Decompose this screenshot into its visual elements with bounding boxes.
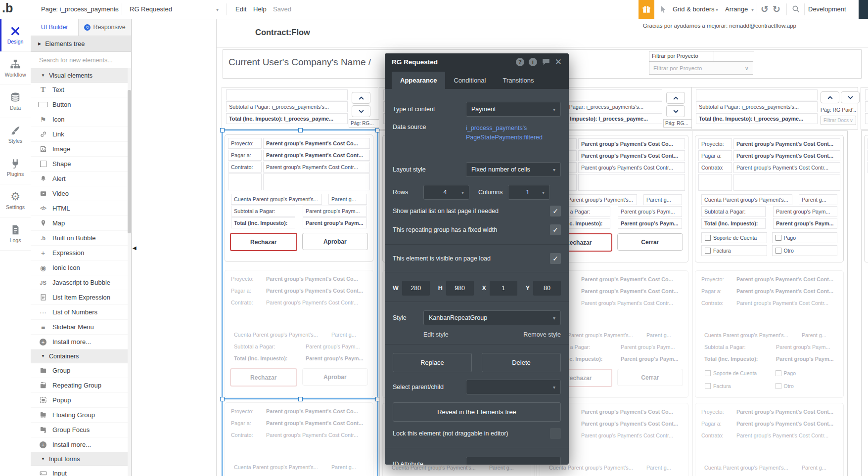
delete-button[interactable]: Delete bbox=[482, 353, 561, 372]
visible-on-load-checkbox[interactable]: ✓ bbox=[550, 253, 561, 264]
tab-transitions[interactable]: Transitions bbox=[494, 72, 542, 89]
y-input[interactable]: 80 bbox=[533, 281, 561, 296]
palette-item-button[interactable]: Button bbox=[31, 97, 131, 112]
aprobar-button[interactable]: Aprobar bbox=[302, 233, 368, 250]
canvas-feedback-text[interactable]: Gracias por ayudarnos a mejorar: ricmadd… bbox=[643, 23, 796, 29]
repeating-group-requested[interactable]: Proyecto:Parent group's Payment's Cost C… bbox=[222, 130, 377, 476]
palette-item-icon[interactable]: ⚑Icon bbox=[31, 112, 131, 127]
palette-item-link[interactable]: Link bbox=[31, 127, 131, 142]
rail-item-styles[interactable]: Styles bbox=[0, 118, 31, 151]
cerrar-button[interactable]: Cerrar bbox=[617, 233, 684, 251]
elements-tree-toggle[interactable]: ▶ Elements tree bbox=[31, 36, 131, 52]
grid-borders-menu[interactable]: Grid & borders bbox=[673, 5, 715, 13]
type-of-content-select[interactable]: Payment▾ bbox=[466, 102, 561, 117]
filter-proyecto-input[interactable]: Filtrar por Proyecto bbox=[649, 51, 715, 61]
checkbox-soporte[interactable]: Soporte de Cuenta bbox=[701, 232, 767, 243]
palette-item-install-more-2[interactable]: +Install more... bbox=[31, 437, 131, 452]
gift-button[interactable] bbox=[639, 0, 654, 19]
corner-widget[interactable] bbox=[859, 0, 868, 19]
rechazar-button[interactable]: Rechazar bbox=[230, 233, 297, 251]
w-input[interactable]: 280 bbox=[402, 281, 430, 296]
remove-style-link[interactable]: Remove style bbox=[523, 331, 561, 338]
tab-ui-builder[interactable]: UI Builder bbox=[31, 19, 79, 36]
checkbox-pago[interactable]: Pago bbox=[772, 232, 838, 243]
palette-item-video[interactable]: Video bbox=[31, 186, 131, 201]
page-selector[interactable]: Page: i_process_payments bbox=[41, 5, 119, 13]
rows-select[interactable]: 4▾ bbox=[423, 185, 469, 200]
undo-icon[interactable]: ↺ bbox=[761, 3, 769, 15]
resize-handle[interactable] bbox=[298, 128, 303, 132]
palette-item-list-of-numbers[interactable]: ···List of Numbers bbox=[31, 305, 131, 320]
palette-item-html[interactable]: </>HTML bbox=[31, 201, 131, 216]
menu-edit[interactable]: Edit bbox=[235, 5, 246, 13]
rail-item-data[interactable]: Data bbox=[0, 85, 31, 118]
canvas-heading-text[interactable]: Current User's Company's Name / bbox=[228, 57, 371, 68]
palette-item-map[interactable]: Map bbox=[31, 216, 131, 231]
element-search-input[interactable] bbox=[38, 56, 124, 64]
section-containers[interactable]: ▼ Containers bbox=[31, 349, 131, 363]
pag-dropdown[interactable]: Pág: RG... bbox=[349, 119, 380, 128]
id-attribute-input[interactable] bbox=[466, 457, 561, 465]
payment-card[interactable]: Proyecto:Parent group's Payment's Cost C… bbox=[695, 403, 844, 476]
page-up-button[interactable] bbox=[666, 92, 685, 104]
tab-conditional[interactable]: Conditional bbox=[445, 72, 494, 89]
page-up-button[interactable] bbox=[352, 92, 370, 104]
repeating-group-paid[interactable]: Proyecto:Parent group's Payment's Cost C… bbox=[692, 130, 848, 476]
section-visual-elements[interactable]: ▼ Visual elements bbox=[31, 69, 131, 83]
page-down-button[interactable] bbox=[666, 105, 685, 117]
select-parent-child-select[interactable]: ▾ bbox=[466, 380, 561, 394]
palette-item-shape[interactable]: Shape bbox=[31, 157, 131, 172]
rechazar-button[interactable]: Rechazar bbox=[230, 368, 297, 387]
layout-style-select[interactable]: Fixed number of cells▾ bbox=[466, 162, 561, 177]
filtrar-docs-dropdown[interactable]: Filtrar Docs ∨ bbox=[821, 116, 856, 125]
palette-item-expression[interactable]: +Expression bbox=[31, 246, 131, 260]
header-subtotal-text[interactable]: Subtotal a Pagar: i_process_payments's..… bbox=[226, 101, 348, 112]
replace-button[interactable]: Replace bbox=[393, 353, 472, 372]
lock-element-checkbox[interactable] bbox=[550, 428, 561, 439]
reveal-elements-tree-button[interactable]: Reveal in the Elements tree bbox=[393, 402, 561, 422]
column-header-group[interactable]: Subtotal a Pagar: i_process_payments's..… bbox=[222, 87, 378, 130]
close-icon[interactable]: ✕ bbox=[555, 58, 562, 66]
grid-borders-caret-icon[interactable]: ▾ bbox=[716, 7, 718, 12]
cursor-tool-icon[interactable] bbox=[658, 4, 668, 14]
palette-item-group[interactable]: Group bbox=[31, 363, 131, 378]
palette-item-slidebar-menu[interactable]: ≡Slidebar Menu bbox=[31, 320, 131, 335]
filter-proyecto-input-2[interactable] bbox=[714, 51, 754, 61]
palette-item-javascript-to-bubble[interactable]: JSJavascript to Bubble bbox=[31, 275, 131, 290]
columns-select[interactable]: 1▾ bbox=[508, 185, 550, 200]
payment-card[interactable]: Proyecto:Parent group's Payment's Cost C… bbox=[225, 134, 373, 262]
palette-item-group-focus[interactable]: Group Focus bbox=[31, 423, 131, 437]
payment-card[interactable]: Proyecto:Parent group's Payment's Cost C… bbox=[225, 270, 373, 397]
header-total-text[interactable]: Total (Inc. Impuesto): I_process_payme..… bbox=[226, 113, 348, 124]
payment-card[interactable]: Proyecto:Parent group's Payment's Cost C… bbox=[695, 135, 844, 262]
property-editor[interactable]: RG Requested ? i ✕ Appearance Conditiona… bbox=[385, 53, 569, 465]
filter-proyecto-dropdown[interactable]: FIltrar por Proyecto ∨ bbox=[649, 61, 753, 75]
aprobar-button[interactable]: Aprobar bbox=[302, 368, 368, 386]
comment-icon[interactable] bbox=[542, 57, 550, 66]
section-input-forms[interactable]: ▼ Input forms bbox=[31, 452, 131, 466]
palette-item-list-item-expression[interactable]: List Item Expression bbox=[31, 290, 131, 305]
resize-handle[interactable] bbox=[298, 397, 303, 401]
arrange-menu[interactable]: Arrange bbox=[725, 5, 748, 13]
palette-scrollbar[interactable] bbox=[128, 68, 131, 476]
menu-help[interactable]: Help bbox=[253, 5, 267, 13]
data-source-expression[interactable]: i_process_payments's PageStatePayments:f… bbox=[466, 124, 561, 143]
element-selector[interactable]: RG Requested bbox=[130, 5, 172, 13]
x-input[interactable]: 1 bbox=[490, 281, 517, 296]
info-icon[interactable]: i bbox=[529, 58, 537, 66]
page-selector-caret-icon[interactable]: ▾ bbox=[115, 7, 117, 12]
fixed-width-checkbox[interactable]: ✓ bbox=[550, 224, 561, 235]
palette-item-built-on-bubble[interactable]: .bBuilt on Bubble bbox=[31, 231, 131, 246]
payment-card[interactable]: Proyecto:Parent group's Payment's Cost C… bbox=[225, 402, 373, 476]
canvas-app-title[interactable]: Contract:Flow bbox=[255, 28, 310, 37]
palette-item-install-more[interactable]: +Install more... bbox=[31, 335, 131, 349]
page-down-button[interactable] bbox=[352, 105, 370, 117]
rail-item-settings[interactable]: ⚙ Settings bbox=[0, 184, 31, 217]
search-icon[interactable] bbox=[791, 4, 800, 13]
tab-appearance[interactable]: Appearance bbox=[392, 72, 445, 89]
h-input[interactable]: 980 bbox=[446, 281, 474, 296]
palette-item-input[interactable]: Input bbox=[31, 466, 131, 476]
edit-style-link[interactable]: Edit style bbox=[423, 331, 449, 338]
pag-paid-dropdown[interactable]: Pág: RG Paid'... bbox=[821, 106, 856, 114]
checkbox-factura[interactable]: Factura bbox=[701, 245, 767, 256]
